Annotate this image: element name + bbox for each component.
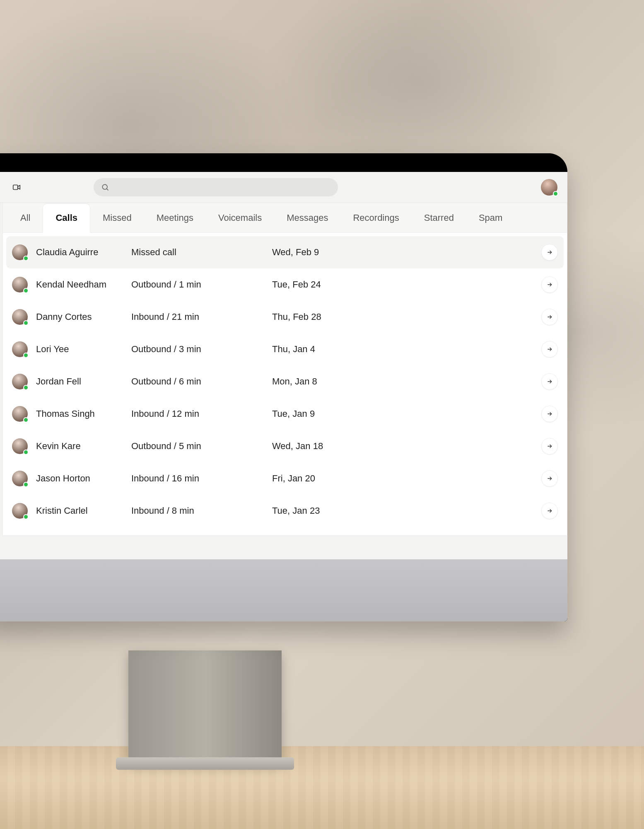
open-call-button[interactable] bbox=[541, 503, 558, 519]
search-icon bbox=[101, 183, 109, 191]
tab-label: All bbox=[20, 213, 30, 223]
call-status: Inbound / 21 min bbox=[131, 312, 272, 322]
tab-starred[interactable]: Starred bbox=[412, 203, 466, 232]
arrow-right-icon bbox=[546, 249, 553, 256]
svg-rect-0 bbox=[13, 185, 18, 190]
call-name: Kevin Kare bbox=[36, 441, 131, 452]
call-status: Outbound / 6 min bbox=[131, 376, 272, 387]
tab-missed[interactable]: Missed bbox=[90, 203, 144, 232]
presence-dot-icon bbox=[23, 353, 29, 358]
call-name: Jordan Fell bbox=[36, 376, 131, 387]
open-call-button[interactable] bbox=[541, 309, 558, 325]
tab-messages[interactable]: Messages bbox=[274, 203, 340, 232]
arrow-right-icon bbox=[546, 346, 553, 353]
tab-spam[interactable]: Spam bbox=[466, 203, 515, 232]
presence-dot-icon bbox=[553, 191, 558, 196]
open-call-button[interactable] bbox=[541, 341, 558, 358]
call-status: Outbound / 1 min bbox=[131, 279, 272, 290]
call-status: Outbound / 3 min bbox=[131, 344, 272, 355]
call-row[interactable]: Kendal NeedhamOutbound / 1 minTue, Feb 2… bbox=[6, 268, 564, 301]
call-name: Thomas Singh bbox=[36, 408, 131, 419]
avatar bbox=[12, 309, 28, 325]
search-input[interactable] bbox=[94, 178, 338, 196]
avatar bbox=[12, 503, 28, 519]
call-row[interactable]: Kevin KareOutbound / 5 minWed, Jan 18 bbox=[6, 430, 564, 462]
presence-dot-icon bbox=[23, 385, 29, 390]
arrow-right-icon bbox=[546, 508, 553, 514]
arrow-right-icon bbox=[546, 281, 553, 288]
call-date: Wed, Feb 9 bbox=[272, 247, 533, 258]
avatar bbox=[12, 438, 28, 454]
avatar bbox=[12, 406, 28, 422]
presence-dot-icon bbox=[23, 482, 29, 487]
call-row[interactable]: Thomas SinghInbound / 12 minTue, Jan 9 bbox=[6, 398, 564, 430]
call-date: Mon, Jan 8 bbox=[272, 376, 533, 387]
call-row[interactable]: Danny CortesInbound / 21 minThu, Feb 28 bbox=[6, 301, 564, 333]
monitor-stand bbox=[128, 650, 282, 762]
topbar bbox=[0, 172, 567, 203]
call-date: Thu, Feb 28 bbox=[272, 312, 533, 322]
call-date: Wed, Jan 18 bbox=[272, 441, 533, 452]
call-row[interactable]: Jason HortonInbound / 16 minFri, Jan 20 bbox=[6, 462, 564, 495]
profile-avatar[interactable] bbox=[541, 179, 557, 196]
call-date: Fri, Jan 20 bbox=[272, 473, 533, 484]
arrow-right-icon bbox=[546, 475, 553, 482]
presence-dot-icon bbox=[23, 320, 29, 326]
call-status: Inbound / 16 min bbox=[131, 473, 272, 484]
open-call-button[interactable] bbox=[541, 373, 558, 390]
open-call-button[interactable] bbox=[541, 276, 558, 293]
presence-dot-icon bbox=[23, 288, 29, 293]
tab-label: Spam bbox=[479, 213, 502, 223]
presence-dot-icon bbox=[23, 450, 29, 455]
call-name: Lori Yee bbox=[36, 344, 131, 355]
call-status: Missed call bbox=[131, 247, 272, 258]
avatar bbox=[12, 244, 28, 260]
desk-surface bbox=[0, 746, 644, 829]
content-panel: AllCallsMissedMeetingsVoicemailsMessages… bbox=[2, 203, 567, 536]
open-call-button[interactable] bbox=[541, 244, 558, 261]
tab-meetings[interactable]: Meetings bbox=[144, 203, 206, 232]
call-name: Kendal Needham bbox=[36, 279, 131, 290]
call-row[interactable]: Jordan FellOutbound / 6 minMon, Jan 8 bbox=[6, 365, 564, 398]
call-date: Tue, Feb 24 bbox=[272, 279, 533, 290]
presence-dot-icon bbox=[23, 417, 29, 423]
monitor-chin bbox=[0, 559, 567, 621]
call-list: Claudia AguirreMissed callWed, Feb 9Kend… bbox=[3, 233, 567, 535]
arrow-right-icon bbox=[546, 443, 553, 450]
arrow-right-icon bbox=[546, 314, 553, 320]
open-call-button[interactable] bbox=[541, 438, 558, 454]
avatar bbox=[12, 277, 28, 292]
call-name: Jason Horton bbox=[36, 473, 131, 484]
tab-label: Missed bbox=[103, 213, 132, 223]
call-row[interactable]: Lori YeeOutbound / 3 minThu, Jan 4 bbox=[6, 333, 564, 365]
call-row[interactable]: Claudia AguirreMissed callWed, Feb 9 bbox=[6, 236, 564, 268]
tab-calls[interactable]: Calls bbox=[43, 203, 90, 233]
open-call-button[interactable] bbox=[541, 406, 558, 422]
tab-recordings[interactable]: Recordings bbox=[340, 203, 411, 232]
call-status: Inbound / 12 min bbox=[131, 408, 272, 419]
video-icon[interactable] bbox=[9, 180, 24, 195]
call-status: Outbound / 5 min bbox=[131, 441, 272, 452]
monitor: AllCallsMissedMeetingsVoicemailsMessages… bbox=[0, 153, 567, 621]
avatar bbox=[12, 471, 28, 486]
app-screen: AllCallsMissedMeetingsVoicemailsMessages… bbox=[0, 172, 567, 559]
svg-point-1 bbox=[102, 184, 107, 189]
open-call-button[interactable] bbox=[541, 470, 558, 487]
monitor-bezel-top bbox=[0, 153, 567, 172]
tab-all[interactable]: All bbox=[8, 203, 43, 232]
tab-label: Messages bbox=[287, 213, 328, 223]
arrow-right-icon bbox=[546, 378, 553, 385]
tab-label: Recordings bbox=[353, 213, 399, 223]
tab-label: Meetings bbox=[157, 213, 193, 223]
call-date: Tue, Jan 23 bbox=[272, 505, 533, 516]
avatar bbox=[12, 374, 28, 389]
call-name: Danny Cortes bbox=[36, 312, 131, 322]
chat-icon[interactable] bbox=[0, 180, 2, 195]
arrow-right-icon bbox=[546, 411, 553, 417]
call-date: Thu, Jan 4 bbox=[272, 344, 533, 355]
presence-dot-icon bbox=[23, 514, 29, 520]
tab-label: Calls bbox=[55, 213, 77, 223]
tab-voicemails[interactable]: Voicemails bbox=[206, 203, 274, 232]
call-date: Tue, Jan 9 bbox=[272, 408, 533, 419]
call-row[interactable]: Kristin CarlelInbound / 8 minTue, Jan 23 bbox=[6, 495, 564, 527]
